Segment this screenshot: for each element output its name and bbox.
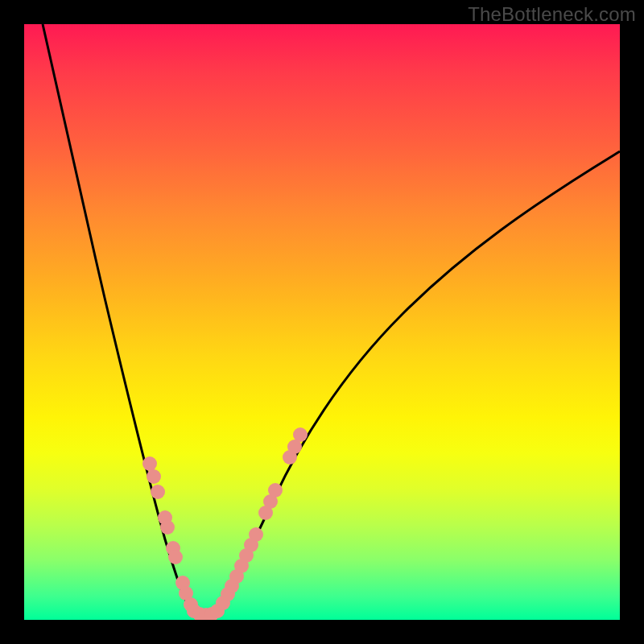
highlight-dot (168, 550, 183, 564)
highlight-dot (249, 527, 263, 542)
right-curve-path (213, 151, 620, 615)
highlight-dot (142, 456, 157, 471)
chart-frame: TheBottleneck.com (0, 0, 644, 644)
highlight-dot (293, 427, 308, 442)
highlight-dot (151, 485, 165, 499)
highlight-markers (142, 427, 308, 620)
highlight-dot (147, 469, 161, 484)
curve-group (43, 24, 620, 615)
highlight-dot (268, 483, 283, 497)
highlight-dot (160, 520, 175, 535)
chart-svg (24, 24, 620, 620)
plot-area (24, 24, 620, 620)
watermark-text: TheBottleneck.com (468, 3, 636, 26)
